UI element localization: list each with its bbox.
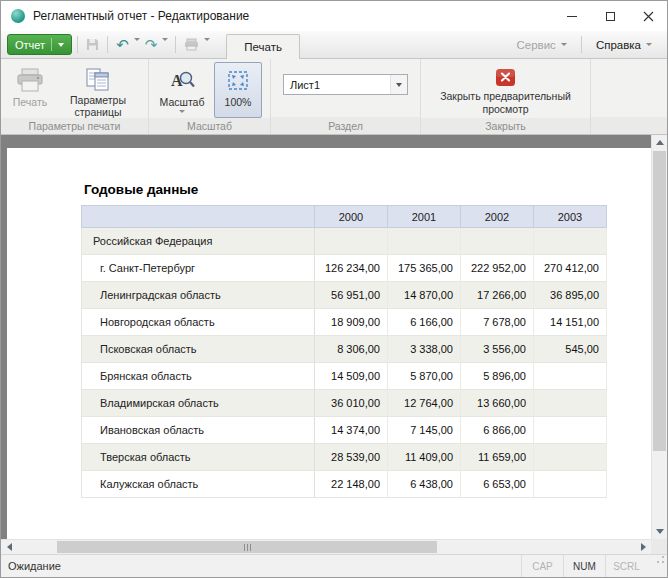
scale-dropdown-button[interactable]: A Масштаб [153, 62, 211, 118]
page-setup-button[interactable]: Параметры страницы [58, 62, 138, 118]
app-icon [11, 9, 25, 23]
value-cell: 5 870,00 [388, 363, 461, 390]
undo-dropdown-icon[interactable] [132, 41, 142, 48]
table-header-row: 2000200120022003 [82, 206, 607, 228]
value-cell: 28 539,00 [315, 444, 388, 471]
print-icon[interactable] [181, 34, 202, 55]
redo-dropdown-icon[interactable] [160, 41, 170, 48]
undo-icon[interactable]: ↶ [113, 34, 132, 55]
report-title: Годовые данные [84, 182, 651, 197]
value-cell: 14 374,00 [315, 417, 388, 444]
scroll-up-button[interactable] [652, 135, 667, 150]
sheet-select-combobox[interactable]: Лист1 [283, 74, 408, 95]
report-menu-label: Отчет [15, 39, 45, 51]
ribbon-group-section: Лист1 Раздел [271, 59, 421, 134]
corner-header-cell [82, 206, 315, 228]
value-cell: 12 764,00 [388, 390, 461, 417]
table-row: Российская Федерация [82, 228, 607, 255]
value-cell: 8 306,00 [315, 336, 388, 363]
help-menu[interactable]: Справка [587, 31, 661, 58]
value-cell: 175 365,00 [388, 255, 461, 282]
group-label-scale: Масштаб [149, 118, 270, 134]
tab-print[interactable]: Печать [226, 34, 300, 59]
grip-icon [247, 544, 248, 551]
value-cell: 36 895,00 [534, 282, 607, 309]
service-menu-label: Сервис [516, 39, 555, 51]
value-cell: 3 338,00 [388, 336, 461, 363]
group-label-print-params: Параметры печати [1, 118, 148, 134]
table-row: Ленинградская область56 951,0014 870,001… [82, 282, 607, 309]
horizontal-scrollbar[interactable] [1, 539, 651, 554]
ribbon-filler [591, 59, 667, 134]
row-label: Тверская область [82, 444, 315, 471]
value-cell: 18 909,00 [315, 309, 388, 336]
printer-icon [16, 67, 44, 94]
value-cell [534, 444, 607, 471]
table-row: Калужская область22 148,006 438,006 653,… [82, 471, 607, 498]
value-cell [315, 228, 388, 255]
row-label: Российская Федерация [82, 228, 315, 255]
chevron-down-icon [396, 83, 402, 87]
table-row: Владимирская область36 010,0012 764,0013… [82, 390, 607, 417]
table-row: Брянская область14 509,005 870,005 896,0… [82, 363, 607, 390]
arrow-up-icon [656, 140, 664, 145]
sheet-select-value: Лист1 [290, 79, 320, 91]
report-table: 2000200120022003 Российская Федерацияг. … [81, 205, 607, 498]
scroll-left-button[interactable] [1, 540, 17, 554]
ribbon-group-scale: A Масштаб 100% Масштаб [149, 59, 271, 134]
close-window-button[interactable] [629, 1, 667, 31]
zoom-selection-icon [226, 67, 250, 94]
print-button[interactable]: Печать [5, 62, 55, 118]
value-cell: 17 266,00 [461, 282, 534, 309]
minimize-button[interactable] [553, 1, 591, 31]
page-setup-label: Параметры страницы [63, 94, 133, 119]
chevron-down-icon [179, 110, 185, 113]
table-row: Новгородская область18 909,006 166,007 6… [82, 309, 607, 336]
report-table-body: Российская Федерацияг. Санкт-Петербург12… [82, 228, 607, 498]
arrow-right-icon [641, 543, 646, 551]
value-cell: 13 660,00 [461, 390, 534, 417]
value-cell: 6 653,00 [461, 471, 534, 498]
value-cell [534, 363, 607, 390]
redo-icon[interactable]: ↷ [142, 34, 161, 55]
value-cell: 14 151,00 [534, 309, 607, 336]
value-cell: 5 896,00 [461, 363, 534, 390]
main-toolbar: Отчет ↶ ↷ Печать Сервис Справка [1, 31, 667, 58]
save-icon[interactable] [83, 34, 102, 55]
report-menu-button[interactable]: Отчет [7, 34, 72, 55]
combobox-arrow[interactable] [390, 75, 407, 94]
preview-area: Годовые данные 2000200120022003 Российск… [1, 135, 667, 554]
chevron-down-icon [204, 38, 210, 48]
scroll-right-button[interactable] [635, 540, 651, 554]
toolbar-right-menus: Сервис Справка [507, 31, 661, 58]
value-cell: 14 870,00 [388, 282, 461, 309]
service-menu[interactable]: Сервис [507, 31, 575, 58]
close-preview-button[interactable]: Закрыть предварительный просмотр [430, 62, 582, 118]
scroll-down-button[interactable] [652, 524, 667, 539]
titlebar[interactable]: Регламентный отчет - Редактирование [1, 1, 667, 31]
value-cell [534, 417, 607, 444]
vertical-scroll-thumb[interactable] [653, 151, 666, 451]
table-row: Псковская область8 306,003 338,003 556,0… [82, 336, 607, 363]
status-indicator-cap: CAP [521, 555, 563, 577]
split-divider [51, 38, 52, 51]
table-row: Ивановская область14 374,007 145,006 866… [82, 417, 607, 444]
value-cell: 11 409,00 [388, 444, 461, 471]
scale-button-label: Масштаб [160, 96, 205, 108]
value-cell: 3 556,00 [461, 336, 534, 363]
close-preview-label: Закрыть предварительный просмотр [435, 90, 577, 115]
app-window: Регламентный отчет - Редактирование Отче… [0, 0, 668, 578]
vertical-scrollbar[interactable] [651, 135, 667, 539]
chevron-down-icon [58, 43, 64, 47]
value-cell: 126 234,00 [315, 255, 388, 282]
row-label: Новгородская область [82, 309, 315, 336]
zoom-100-button[interactable]: 100% [214, 62, 262, 118]
maximize-button[interactable] [591, 1, 629, 31]
preview-viewport[interactable]: Годовые данные 2000200120022003 Российск… [1, 135, 651, 539]
print-dropdown-icon[interactable] [202, 41, 212, 48]
horizontal-scroll-thumb[interactable] [57, 541, 437, 553]
scale-magnifier-icon: A [170, 67, 195, 94]
scrollbar-corner [651, 539, 667, 554]
window-title: Регламентный отчет - Редактирование [33, 9, 249, 23]
page-setup-icon [85, 67, 111, 92]
